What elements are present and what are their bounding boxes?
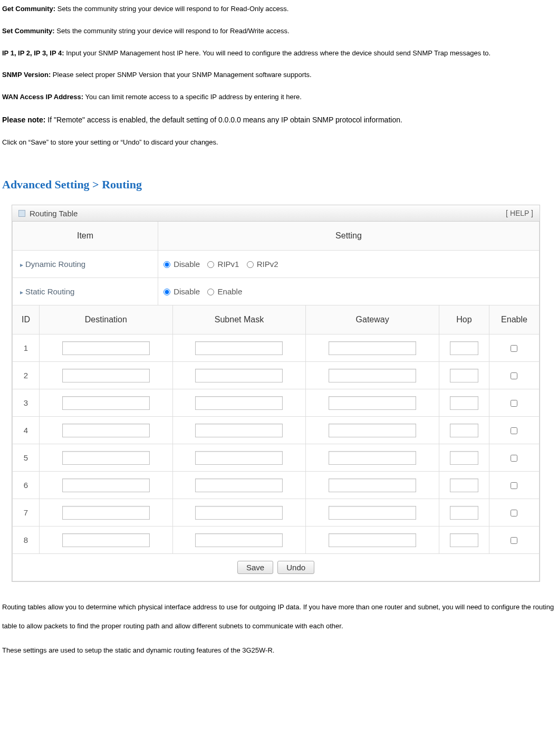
config-table: Item Setting ▸Dynamic Routing Disable RI… [12, 222, 540, 305]
destination-input[interactable] [62, 341, 150, 355]
section-heading: Advanced Setting > Routing [2, 169, 558, 199]
def-text: Sets the community string your device wi… [55, 5, 288, 13]
table-row: 7 [13, 499, 540, 526]
enable-checkbox[interactable] [511, 400, 517, 407]
hop-input[interactable] [450, 451, 478, 465]
hop-input[interactable] [450, 533, 478, 547]
row-id: 7 [13, 499, 40, 526]
hop-input[interactable] [450, 369, 478, 382]
def-text: Please select proper SNMP Version that y… [51, 71, 311, 79]
destination-input[interactable] [62, 369, 150, 382]
after-p1: Routing tables allow you to determine wh… [2, 598, 558, 636]
triangle-icon: ▸ [20, 261, 23, 269]
table-row: 3 [13, 389, 540, 416]
subnet-mask-input[interactable] [195, 396, 283, 410]
enable-checkbox[interactable] [511, 510, 517, 516]
panel-titlebar: Routing Table [ HELP ] [12, 205, 540, 222]
gateway-input[interactable] [329, 369, 416, 382]
dynamic-ripv1-radio[interactable] [207, 261, 214, 268]
dynamic-ripv2-radio[interactable] [247, 261, 254, 268]
gateway-input[interactable] [329, 479, 416, 492]
row-id: 8 [13, 526, 40, 553]
after-text: Routing tables allow you to determine wh… [2, 598, 558, 661]
gateway-input[interactable] [329, 396, 416, 410]
enable-checkbox[interactable] [511, 537, 517, 544]
hop-input[interactable] [450, 396, 478, 410]
row-id: 3 [13, 389, 40, 416]
destination-input[interactable] [62, 506, 150, 520]
col-en: Enable [489, 305, 540, 334]
def-label: Get Community: [2, 5, 55, 13]
enable-checkbox[interactable] [511, 427, 517, 434]
def-label: IP 1, IP 2, IP 3, IP 4: [2, 49, 64, 57]
row-id: 5 [13, 444, 40, 471]
enable-checkbox[interactable] [511, 455, 517, 462]
gateway-input[interactable] [329, 533, 416, 547]
routing-panel: Routing Table [ HELP ] Item Setting ▸Dyn… [12, 205, 540, 581]
enable-checkbox[interactable] [511, 482, 517, 489]
table-row: 1 [13, 334, 540, 361]
enable-checkbox[interactable] [511, 345, 517, 352]
gateway-input[interactable] [329, 341, 416, 355]
table-row: 6 [13, 471, 540, 499]
definitions-block: Get Community: Sets the community string… [2, 0, 558, 151]
row-id: 2 [13, 361, 40, 389]
panel-title: Routing Table [30, 203, 78, 224]
col-setting: Setting [158, 222, 540, 250]
def-text: Input your SNMP Management host IP here.… [64, 49, 491, 57]
destination-input[interactable] [62, 451, 150, 465]
subnet-mask-input[interactable] [195, 341, 283, 355]
def-text: Sets the community string your device wi… [55, 27, 290, 35]
dynamic-disable-radio[interactable] [163, 261, 170, 268]
static-enable-radio[interactable] [207, 289, 214, 295]
def-text: You can limit remote access to a specifi… [83, 93, 302, 101]
subnet-mask-input[interactable] [195, 506, 283, 520]
hop-input[interactable] [450, 479, 478, 492]
hop-input[interactable] [450, 341, 478, 355]
subnet-mask-input[interactable] [195, 533, 283, 547]
destination-input[interactable] [62, 479, 150, 492]
def-label: SNMP Version: [2, 71, 51, 79]
subnet-mask-input[interactable] [195, 451, 283, 465]
hop-input[interactable] [450, 506, 478, 520]
def-label: Set Community: [2, 27, 55, 35]
undo-button[interactable]: Undo [277, 561, 314, 574]
destination-input[interactable] [62, 424, 150, 437]
row-id: 4 [13, 416, 40, 444]
dynamic-routing-label: Dynamic Routing [25, 260, 85, 269]
panel-icon [18, 210, 25, 217]
footer-actions: Save Undo [13, 553, 540, 581]
row-id: 6 [13, 471, 40, 499]
destination-input[interactable] [62, 396, 150, 410]
triangle-icon: ▸ [20, 289, 23, 296]
col-item: Item [13, 222, 158, 250]
hop-input[interactable] [450, 424, 478, 437]
static-routing-label: Static Routing [25, 287, 74, 296]
after-p2: These settings are used to setup the sta… [2, 641, 558, 660]
help-link[interactable]: [ HELP ] [506, 204, 533, 223]
static-disable-radio[interactable] [163, 289, 170, 295]
table-row: 2 [13, 361, 540, 389]
note-text: If "Remote" access is enabled, the defau… [45, 116, 402, 124]
subnet-mask-input[interactable] [195, 369, 283, 382]
table-row: 5 [13, 444, 540, 471]
note-label: Please note: [2, 116, 45, 124]
row-id: 1 [13, 334, 40, 361]
col-hop: Hop [439, 305, 489, 334]
col-dest: Destination [40, 305, 173, 334]
gateway-input[interactable] [329, 424, 416, 437]
destination-input[interactable] [62, 533, 150, 547]
routes-table: ID Destination Subnet Mask Gateway Hop E… [12, 305, 540, 581]
save-hint: Click on “Save” to store your setting or… [2, 133, 558, 151]
table-row: 4 [13, 416, 540, 444]
subnet-mask-input[interactable] [195, 424, 283, 437]
def-label: WAN Access IP Address: [2, 93, 83, 101]
col-gw: Gateway [306, 305, 439, 334]
gateway-input[interactable] [329, 451, 416, 465]
col-mask: Subnet Mask [172, 305, 306, 334]
gateway-input[interactable] [329, 506, 416, 520]
save-button[interactable]: Save [237, 561, 273, 574]
subnet-mask-input[interactable] [195, 479, 283, 492]
enable-checkbox[interactable] [511, 372, 517, 379]
table-row: 8 [13, 526, 540, 553]
